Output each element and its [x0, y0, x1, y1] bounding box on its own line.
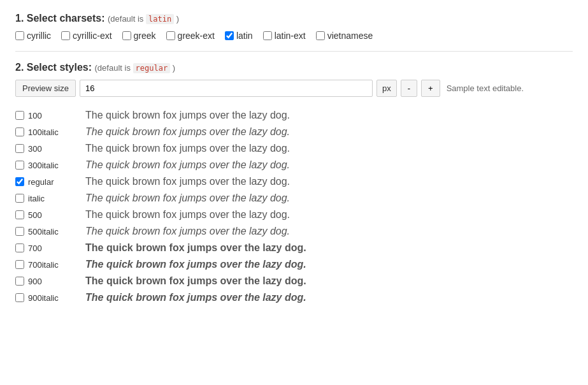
- preview-controls: Preview size px - + Sample text editable…: [15, 80, 573, 97]
- charset-checkbox-greek-ext[interactable]: [166, 31, 175, 40]
- style-preview-100: The quick brown fox jumps over the lazy …: [85, 110, 290, 121]
- style-checkbox-100[interactable]: [15, 111, 24, 120]
- style-name-500: 500: [28, 210, 85, 220]
- style-name-900: 900: [28, 277, 85, 286]
- style-row-700italic: 700italicThe quick brown fox jumps over …: [15, 256, 573, 273]
- section2-title-text: 2. Select styles:: [15, 62, 92, 73]
- style-checkbox-300[interactable]: [15, 144, 24, 153]
- style-preview-500italic: The quick brown fox jumps over the lazy …: [85, 226, 290, 237]
- style-name-700italic: 700italic: [28, 260, 85, 270]
- charset-item-greek-ext[interactable]: greek-ext: [166, 31, 215, 41]
- style-name-900italic: 900italic: [28, 293, 85, 303]
- preview-size-label: Preview size: [15, 80, 76, 97]
- style-preview-italic: The quick brown fox jumps over the lazy …: [85, 192, 290, 204]
- style-checkbox-300italic[interactable]: [15, 161, 24, 170]
- style-row-regular: regularThe quick brown fox jumps over th…: [15, 173, 573, 190]
- style-checkbox-900italic[interactable]: [15, 293, 24, 302]
- charset-row: cyrilliccyrillic-extgreekgreek-extlatinl…: [15, 31, 573, 41]
- style-checkbox-900[interactable]: [15, 277, 24, 286]
- style-checkbox-500italic[interactable]: [15, 227, 24, 236]
- charset-label-cyrillic: cyrillic: [27, 31, 51, 41]
- style-name-300: 300: [28, 144, 85, 154]
- charset-item-latin-ext[interactable]: latin-ext: [263, 31, 306, 41]
- charset-checkbox-vietnamese[interactable]: [316, 31, 325, 40]
- charset-checkbox-cyrillic[interactable]: [15, 31, 24, 40]
- charset-label-latin-ext: latin-ext: [275, 31, 306, 41]
- style-preview-regular: The quick brown fox jumps over the lazy …: [85, 176, 290, 187]
- charset-label-greek-ext: greek-ext: [178, 31, 215, 41]
- section-divider: [15, 51, 573, 52]
- style-row-100: 100The quick brown fox jumps over the la…: [15, 107, 573, 124]
- style-checkbox-700[interactable]: [15, 243, 24, 252]
- styles-list: 100The quick brown fox jumps over the la…: [15, 107, 573, 306]
- charset-item-cyrillic-ext[interactable]: cyrillic-ext: [61, 31, 111, 41]
- style-preview-900: The quick brown fox jumps over the lazy …: [85, 275, 306, 287]
- style-row-500italic: 500italicThe quick brown fox jumps over …: [15, 223, 573, 240]
- style-name-100: 100: [28, 111, 85, 120]
- style-checkbox-700italic[interactable]: [15, 260, 24, 269]
- style-preview-100italic: The quick brown fox jumps over the lazy …: [85, 126, 290, 138]
- style-name-regular: regular: [28, 177, 85, 187]
- charset-label-cyrillic-ext: cyrillic-ext: [73, 31, 111, 41]
- charset-label-greek: greek: [134, 31, 156, 41]
- charset-label-latin: latin: [236, 31, 253, 41]
- charset-checkbox-latin[interactable]: [225, 31, 234, 40]
- section1-title: 1. Select charsets: (default is latin ): [15, 13, 573, 24]
- charset-checkbox-latin-ext[interactable]: [263, 31, 272, 40]
- px-label: px: [376, 80, 397, 97]
- style-preview-900italic: The quick brown fox jumps over the lazy …: [85, 292, 306, 303]
- style-name-500italic: 500italic: [28, 227, 85, 236]
- style-checkbox-500[interactable]: [15, 210, 24, 219]
- sample-text-label: Sample text editable.: [447, 84, 524, 93]
- decrease-size-button[interactable]: -: [401, 80, 417, 97]
- style-row-300italic: 300italicThe quick brown fox jumps over …: [15, 157, 573, 173]
- charset-label-vietnamese: vietnamese: [327, 31, 373, 41]
- style-preview-700: The quick brown fox jumps over the lazy …: [85, 242, 306, 254]
- style-preview-500: The quick brown fox jumps over the lazy …: [85, 209, 290, 221]
- section1: 1. Select charsets: (default is latin ) …: [15, 13, 573, 41]
- style-row-900: 900The quick brown fox jumps over the la…: [15, 273, 573, 289]
- charset-item-latin[interactable]: latin: [225, 31, 253, 41]
- style-preview-700italic: The quick brown fox jumps over the lazy …: [85, 259, 306, 270]
- style-checkbox-100italic[interactable]: [15, 127, 24, 136]
- style-preview-300italic: The quick brown fox jumps over the lazy …: [85, 159, 290, 171]
- section2: 2. Select styles: (default is regular ) …: [15, 62, 573, 306]
- section2-title: 2. Select styles: (default is regular ): [15, 62, 573, 73]
- preview-size-input[interactable]: [80, 80, 373, 97]
- style-name-700: 700: [28, 243, 85, 253]
- style-checkbox-italic[interactable]: [15, 194, 24, 203]
- style-row-500: 500The quick brown fox jumps over the la…: [15, 207, 573, 223]
- charset-checkbox-cyrillic-ext[interactable]: [61, 31, 70, 40]
- style-checkbox-regular[interactable]: [15, 177, 24, 186]
- charset-checkbox-greek[interactable]: [122, 31, 131, 40]
- style-row-100italic: 100italicThe quick brown fox jumps over …: [15, 124, 573, 140]
- style-name-300italic: 300italic: [28, 161, 85, 170]
- section1-title-text: 1. Select charsets:: [15, 13, 105, 24]
- style-preview-300: The quick brown fox jumps over the lazy …: [85, 143, 290, 154]
- charset-item-cyrillic[interactable]: cyrillic: [15, 31, 51, 41]
- style-row-italic: italicThe quick brown fox jumps over the…: [15, 190, 573, 207]
- style-name-100italic: 100italic: [28, 127, 85, 137]
- style-row-700: 700The quick brown fox jumps over the la…: [15, 240, 573, 256]
- increase-size-button[interactable]: +: [421, 80, 440, 97]
- style-row-900italic: 900italicThe quick brown fox jumps over …: [15, 289, 573, 306]
- style-row-300: 300The quick brown fox jumps over the la…: [15, 140, 573, 157]
- style-name-italic: italic: [28, 194, 85, 203]
- charset-item-vietnamese[interactable]: vietnamese: [316, 31, 373, 41]
- charset-item-greek[interactable]: greek: [122, 31, 156, 41]
